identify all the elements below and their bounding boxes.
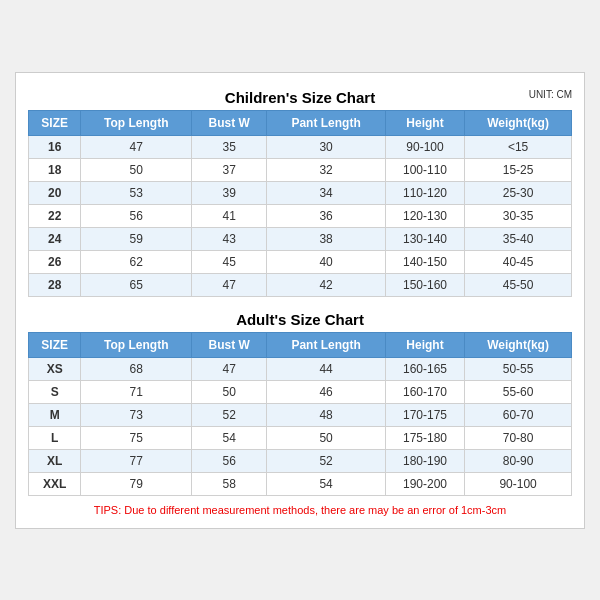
table-row: 22564136120-13030-35 <box>29 204 572 227</box>
adults-col-bustw: Bust W <box>192 332 267 357</box>
table-cell: 80-90 <box>465 449 572 472</box>
table-row: 20533934110-12025-30 <box>29 181 572 204</box>
table-row: 18503732100-11015-25 <box>29 158 572 181</box>
table-row: 28654742150-16045-50 <box>29 273 572 296</box>
table-cell: 24 <box>29 227 81 250</box>
table-cell: 47 <box>192 357 267 380</box>
table-row: 1647353090-100<15 <box>29 135 572 158</box>
table-cell: 90-100 <box>465 472 572 495</box>
table-cell: 160-170 <box>385 380 464 403</box>
table-row: S715046160-17055-60 <box>29 380 572 403</box>
table-cell: 47 <box>192 273 267 296</box>
table-cell: 65 <box>81 273 192 296</box>
table-row: M735248170-17560-70 <box>29 403 572 426</box>
table-cell: 170-175 <box>385 403 464 426</box>
table-cell: 58 <box>192 472 267 495</box>
table-cell: 46 <box>267 380 386 403</box>
table-cell: 41 <box>192 204 267 227</box>
table-cell: 22 <box>29 204 81 227</box>
adults-col-weight: Weight(kg) <box>465 332 572 357</box>
table-cell: 52 <box>192 403 267 426</box>
adults-col-pantlength: Pant Length <box>267 332 386 357</box>
table-cell: XXL <box>29 472 81 495</box>
table-cell: XL <box>29 449 81 472</box>
adults-col-toplength: Top Length <box>81 332 192 357</box>
table-cell: 130-140 <box>385 227 464 250</box>
children-col-bustw: Bust W <box>192 110 267 135</box>
table-cell: 56 <box>192 449 267 472</box>
table-cell: 32 <box>267 158 386 181</box>
table-cell: 100-110 <box>385 158 464 181</box>
children-title-text: Children's Size Chart <box>225 89 375 106</box>
table-cell: 79 <box>81 472 192 495</box>
table-cell: 50-55 <box>465 357 572 380</box>
table-cell: 53 <box>81 181 192 204</box>
table-cell: 175-180 <box>385 426 464 449</box>
table-row: XS684744160-16550-55 <box>29 357 572 380</box>
table-cell: 68 <box>81 357 192 380</box>
children-col-toplength: Top Length <box>81 110 192 135</box>
table-row: 26624540140-15040-45 <box>29 250 572 273</box>
table-cell: 45-50 <box>465 273 572 296</box>
table-row: 24594338130-14035-40 <box>29 227 572 250</box>
table-cell: 43 <box>192 227 267 250</box>
adults-col-size: SIZE <box>29 332 81 357</box>
table-cell: 52 <box>267 449 386 472</box>
table-cell: L <box>29 426 81 449</box>
table-cell: 36 <box>267 204 386 227</box>
table-cell: 180-190 <box>385 449 464 472</box>
children-col-weight: Weight(kg) <box>465 110 572 135</box>
table-cell: 44 <box>267 357 386 380</box>
table-cell: 45 <box>192 250 267 273</box>
table-cell: 20 <box>29 181 81 204</box>
table-cell: 48 <box>267 403 386 426</box>
table-cell: 28 <box>29 273 81 296</box>
children-section-title: Children's Size Chart UNIT: CM <box>28 83 572 110</box>
table-cell: 120-130 <box>385 204 464 227</box>
children-header-row: SIZE Top Length Bust W Pant Length Heigh… <box>29 110 572 135</box>
table-cell: 40-45 <box>465 250 572 273</box>
table-cell: 34 <box>267 181 386 204</box>
table-cell: 73 <box>81 403 192 426</box>
table-cell: 110-120 <box>385 181 464 204</box>
table-cell: 56 <box>81 204 192 227</box>
table-cell: 35 <box>192 135 267 158</box>
table-cell: 54 <box>192 426 267 449</box>
adults-header-row: SIZE Top Length Bust W Pant Length Heigh… <box>29 332 572 357</box>
table-row: XXL795854190-20090-100 <box>29 472 572 495</box>
table-cell: 59 <box>81 227 192 250</box>
table-cell: M <box>29 403 81 426</box>
table-row: XL775652180-19080-90 <box>29 449 572 472</box>
table-cell: 47 <box>81 135 192 158</box>
table-cell: 50 <box>81 158 192 181</box>
adults-section-title: Adult's Size Chart <box>28 305 572 332</box>
table-cell: 140-150 <box>385 250 464 273</box>
table-cell: 40 <box>267 250 386 273</box>
table-cell: 42 <box>267 273 386 296</box>
table-cell: 90-100 <box>385 135 464 158</box>
table-cell: 62 <box>81 250 192 273</box>
table-cell: 60-70 <box>465 403 572 426</box>
table-cell: 37 <box>192 158 267 181</box>
unit-label: UNIT: CM <box>529 89 572 100</box>
table-row: L755450175-18070-80 <box>29 426 572 449</box>
children-col-height: Height <box>385 110 464 135</box>
adults-col-height: Height <box>385 332 464 357</box>
table-cell: 77 <box>81 449 192 472</box>
table-cell: 70-80 <box>465 426 572 449</box>
table-cell: XS <box>29 357 81 380</box>
table-cell: 71 <box>81 380 192 403</box>
table-cell: 16 <box>29 135 81 158</box>
tips-text: TIPS: Due to different measurement metho… <box>28 504 572 516</box>
table-cell: 15-25 <box>465 158 572 181</box>
table-cell: 50 <box>267 426 386 449</box>
table-cell: <15 <box>465 135 572 158</box>
table-cell: 38 <box>267 227 386 250</box>
size-chart: Children's Size Chart UNIT: CM SIZE Top … <box>15 72 585 529</box>
table-cell: 190-200 <box>385 472 464 495</box>
table-cell: 150-160 <box>385 273 464 296</box>
table-cell: 39 <box>192 181 267 204</box>
table-cell: 30 <box>267 135 386 158</box>
table-cell: S <box>29 380 81 403</box>
table-cell: 54 <box>267 472 386 495</box>
